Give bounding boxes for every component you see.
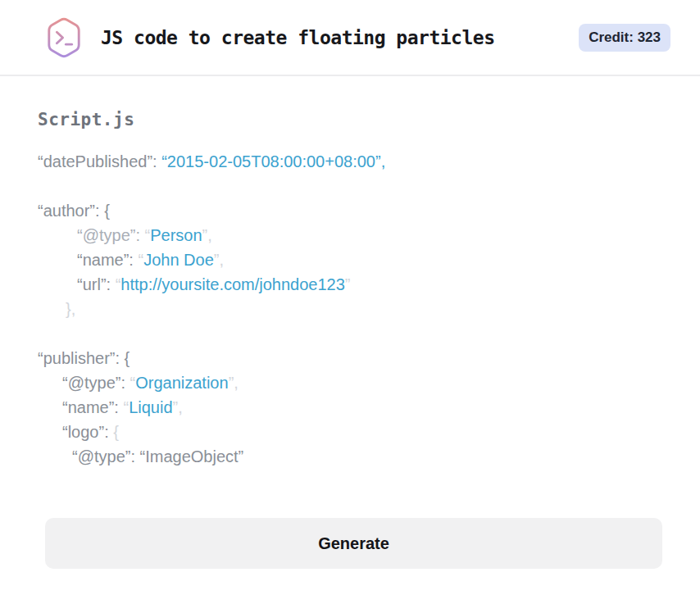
code-line: “@type”: “Person”,	[38, 223, 662, 247]
terminal-hexagon-logo-icon	[45, 16, 83, 60]
code-segment-punctlight: ”,	[173, 398, 183, 416]
code-segment-punctlight: {	[113, 423, 119, 441]
code-line: “name”: “John Doe”,	[38, 247, 662, 272]
code-segment-key: “name”:	[62, 398, 123, 416]
code-segment-key: “logo”:	[62, 423, 113, 441]
page-title: JS code to create floating particles	[101, 27, 495, 48]
header: JS code to create floating particles Cre…	[0, 0, 700, 76]
generate-button[interactable]: Generate	[45, 518, 662, 569]
code-line: “datePublished”: “2015-02-05T08:00:00+08…	[38, 149, 662, 174]
code-segment-key: “author”: {	[38, 202, 110, 220]
code-line	[38, 321, 662, 346]
code-segment-punctlight: ”,	[229, 374, 239, 392]
filename-label: Script.js	[38, 110, 662, 129]
code-segment-value: Person	[150, 226, 202, 244]
code-segment-keylight: “@type”:	[77, 226, 145, 244]
code-line: “name”: “Liquid”,	[38, 395, 662, 420]
code-line: “url”: “http://yoursite.com/johndoe123”	[38, 272, 662, 297]
code-line: “@type”: “Organization”,	[38, 370, 662, 395]
code-segment-punctlight: },	[66, 300, 75, 318]
code-line: “publisher”: {	[38, 346, 662, 370]
code-segment-key: “publisher”: {	[38, 349, 130, 367]
code-line: “@type”: “ImageObject”	[38, 444, 662, 469]
code-segment-key: “name”:	[77, 251, 138, 269]
code-segment-value: Liquid	[129, 398, 172, 416]
code-segment-key: “@type”: “ImageObject”	[72, 447, 243, 465]
code-segment-punctlight: ”,	[214, 251, 224, 269]
code-segment-punctlight: ”	[345, 275, 351, 293]
code-segment-value: Organization	[135, 374, 228, 392]
code-segment-punctlight: ”,	[202, 226, 212, 244]
code-segment-key: “url”:	[77, 275, 116, 293]
credit-badge: Credit: 323	[579, 24, 670, 52]
code-block: “datePublished”: “2015-02-05T08:00:00+08…	[38, 149, 662, 469]
main-content: Script.js “datePublished”: “2015-02-05T0…	[0, 110, 700, 569]
code-segment-value: http://yoursite.com/johndoe123	[120, 275, 345, 293]
code-segment-value: “2015-02-05T08:00:00+08:00”,	[161, 152, 385, 170]
code-segment-key: “datePublished”:	[38, 152, 161, 170]
code-line: “logo”: {	[38, 420, 662, 444]
code-line	[38, 174, 662, 198]
code-segment-key: “@type”:	[62, 374, 130, 392]
code-segment-value: John Doe	[143, 251, 214, 269]
code-line: “author”: {	[38, 198, 662, 223]
code-line: },	[38, 297, 662, 321]
